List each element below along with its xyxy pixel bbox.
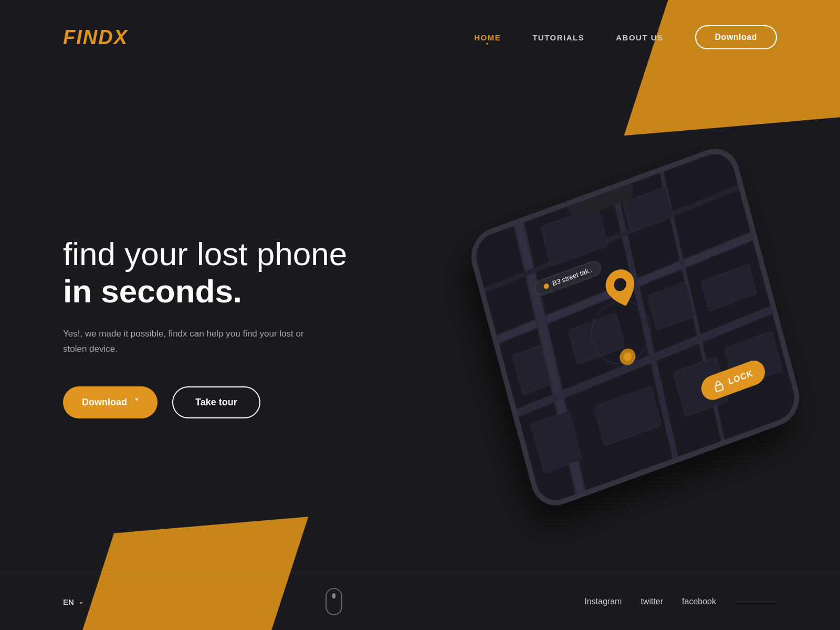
language-selector[interactable]: EN ⌄ xyxy=(63,597,83,606)
map-background xyxy=(471,148,799,506)
hero-buttons: Download ˅ Take tour xyxy=(63,386,347,418)
footer-bar: EN ⌄ Instagram twitter facebook xyxy=(0,573,840,630)
download-button-label: Download xyxy=(82,397,127,408)
nav-download-button[interactable]: Download xyxy=(695,25,777,49)
social-twitter[interactable]: twitter xyxy=(640,597,663,606)
nav-tutorials[interactable]: TUTORIALS xyxy=(532,33,584,42)
nav-links: HOME TUTORIALS ABOUT US Download xyxy=(474,25,777,49)
navbar: FINDX HOME TUTORIALS ABOUT US Download xyxy=(0,0,840,49)
chevron-down-icon: ˅ xyxy=(134,397,139,407)
lock-button-label: LOCK xyxy=(727,368,754,386)
language-label: EN xyxy=(63,597,74,606)
nav-about[interactable]: ABOUT US xyxy=(616,33,663,42)
hero-title-bold: in seconds. xyxy=(63,273,242,309)
social-facebook[interactable]: facebook xyxy=(682,597,716,606)
hero-left: find your lost phone in seconds. Yes!, w… xyxy=(63,235,347,418)
social-instagram[interactable]: Instagram xyxy=(584,597,622,606)
scroll-indicator xyxy=(326,588,342,615)
hero-title: find your lost phone in seconds. xyxy=(63,235,347,310)
logo[interactable]: FINDX xyxy=(63,26,128,49)
hero-right: B3 street tak.. xyxy=(399,175,777,479)
map-label-dot xyxy=(543,282,549,289)
lock-icon xyxy=(712,378,726,393)
chevron-down-icon: ⌄ xyxy=(78,598,83,605)
download-button[interactable]: Download ˅ xyxy=(63,386,158,418)
take-tour-button[interactable]: Take tour xyxy=(172,386,260,418)
hero-subtitle: Yes!, we made it possible, findx can hel… xyxy=(63,327,315,357)
social-links: Instagram twitter facebook xyxy=(584,597,777,606)
main-wrapper: FINDX HOME TUTORIALS ABOUT US Download f… xyxy=(0,0,840,630)
phone-mockup: B3 street tak.. xyxy=(452,164,819,490)
phone-body: B3 street tak.. xyxy=(465,141,805,512)
social-divider xyxy=(735,602,777,602)
phone-screen: B3 street tak.. xyxy=(471,148,799,506)
hero-section: find your lost phone in seconds. Yes!, w… xyxy=(0,49,840,573)
hero-title-light: find your lost phone xyxy=(63,236,347,272)
nav-home[interactable]: HOME xyxy=(474,33,501,42)
scroll-dot xyxy=(332,593,335,598)
